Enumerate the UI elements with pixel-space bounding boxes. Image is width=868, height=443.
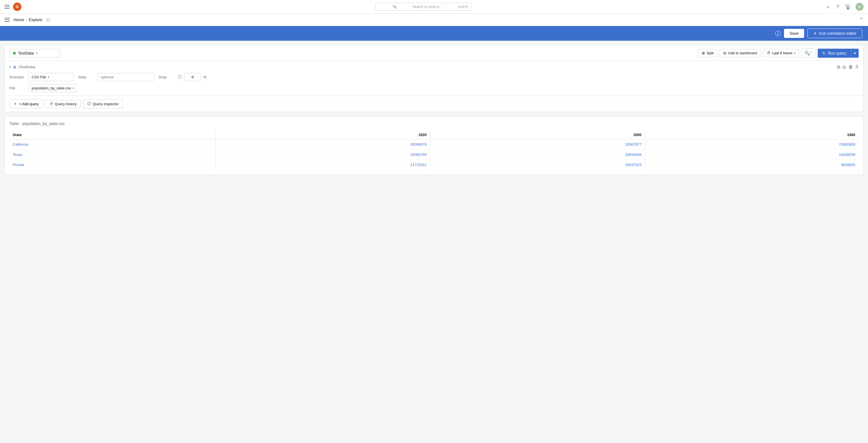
run-query-button[interactable]: ↻ Run query ▾ <box>818 49 859 58</box>
query-collapse-icon[interactable]: ▾ <box>9 65 11 69</box>
time-chevron-icon: ▾ <box>794 52 795 55</box>
query-row-actions: ⧉ ◎ 🗑 ⠿ <box>837 64 859 69</box>
file-field: File population_by_state.csv ▾ <box>9 84 77 92</box>
table-row: Texas 29360759 20944499 14338208 <box>9 150 859 160</box>
datasource-status-dot <box>13 52 16 55</box>
drop-input[interactable] <box>184 73 201 81</box>
scenario-value: CSV File <box>32 75 46 79</box>
svg-text:G: G <box>16 4 19 9</box>
add-query-button[interactable]: ＋ + Add query <box>9 99 43 108</box>
add-dashboard-label: Add to dashboard <box>728 51 757 55</box>
share-icon[interactable]: ⬡ <box>46 17 50 22</box>
file-chevron-icon: ▾ <box>73 87 74 90</box>
state-florida[interactable]: Florida <box>9 160 215 170</box>
exit-label: Exit correlation editor <box>819 31 857 36</box>
breadcrumb-bar: Home › Explore ⬡ ⌃ <box>0 13 868 26</box>
help-icon[interactable]: ？ <box>835 3 840 10</box>
query-history-button[interactable]: ⏱ Query history <box>45 100 81 108</box>
collapse-panel-icon[interactable]: ⌃ <box>859 17 864 23</box>
florida-1980[interactable]: 9839835 <box>645 160 859 170</box>
refresh-icon: ↻ <box>822 51 826 55</box>
query-history-label: Query history <box>55 102 76 106</box>
add-query-label: + Add query <box>19 102 39 106</box>
nav-right: ＋ ？ 📡 U <box>826 3 864 11</box>
file-label: File <box>9 86 26 90</box>
run-query-chevron: ▾ <box>854 51 856 55</box>
query-inspector-label: Query inspector <box>93 102 119 106</box>
scenario-field: Scenario CSV File ▾ <box>9 73 74 81</box>
search-bar[interactable]: 🔍 Search or jump to... cmd+k <box>375 3 472 11</box>
alias-input[interactable] <box>97 73 154 81</box>
florida-2020[interactable]: 21733312 <box>215 160 430 170</box>
exit-correlation-button[interactable]: ✕ Exit correlation editor <box>807 29 862 38</box>
run-query-main[interactable]: ↻ Run query <box>818 49 851 58</box>
california-2000[interactable]: 33987977 <box>430 140 645 150</box>
breadcrumb-home[interactable]: Home <box>13 18 24 22</box>
query-fields-row2: File population_by_state.csv ▾ <box>9 84 859 92</box>
split-button[interactable]: ⊞ Split <box>698 49 717 57</box>
notifications-icon[interactable]: 📡 <box>845 4 851 10</box>
texas-1980[interactable]: 14338208 <box>645 150 859 160</box>
alias-field: Alias <box>78 73 154 81</box>
inspector-icon: ⓘ <box>87 101 91 106</box>
file-select[interactable]: population_by_state.csv ▾ <box>29 84 77 92</box>
sidebar-toggle[interactable] <box>4 18 10 22</box>
toggle-query-icon[interactable]: ◎ <box>842 64 846 69</box>
california-1980[interactable]: 23800800 <box>645 140 859 150</box>
query-source: (TestData) <box>19 65 35 69</box>
search-shortcut: cmd+k <box>458 5 468 9</box>
state-texas[interactable]: Texas <box>9 150 215 160</box>
copy-query-icon[interactable]: ⧉ <box>837 64 840 69</box>
delete-query-icon[interactable]: 🗑 <box>848 64 853 69</box>
texas-2000[interactable]: 20944499 <box>430 150 645 160</box>
texas-2020[interactable]: 29360759 <box>215 150 430 160</box>
results-panel: Table - population_by_state.csv State 20… <box>4 117 864 175</box>
table-body: California 39368078 33987977 23800800 Te… <box>9 140 859 170</box>
file-value: population_by_state.csv <box>32 86 71 90</box>
california-2020[interactable]: 39368078 <box>215 140 430 150</box>
col-1980: 1980 <box>645 130 859 140</box>
scenario-chevron-icon: ▾ <box>48 76 49 79</box>
avatar[interactable]: U <box>856 3 864 11</box>
grafana-logo: G <box>13 3 22 11</box>
run-query-dropdown[interactable]: ▾ <box>851 49 859 58</box>
datasource-name: TestData <box>18 51 34 55</box>
alias-label: Alias <box>78 75 95 79</box>
close-icon: ✕ <box>813 31 817 36</box>
correlation-bar: ⓘ Save ✕ Exit correlation editor <box>0 26 868 41</box>
query-inspector-button[interactable]: ⓘ Query inspector <box>83 99 123 108</box>
state-california[interactable]: California <box>9 140 215 150</box>
drop-unit: % <box>203 75 207 79</box>
datasource-selector[interactable]: TestData ▾ <box>9 49 60 57</box>
breadcrumb-right: ⌃ <box>859 17 864 23</box>
search-icon: 🔍 <box>393 5 397 9</box>
chevron-down-icon: ▾ <box>36 52 37 55</box>
drop-info-icon: ⓘ <box>178 75 182 80</box>
florida-2000[interactable]: 16047515 <box>430 160 645 170</box>
scenario-select[interactable]: CSV File ▾ <box>29 73 74 81</box>
save-button[interactable]: Save <box>784 29 804 38</box>
correlation-info-icon[interactable]: ⓘ <box>775 30 781 37</box>
toolbar-right: ⊞ Split ⊟ Add to dashboard ⏱ Last 6 hour… <box>698 48 859 58</box>
time-range-label: Last 6 hours <box>772 51 793 55</box>
time-range-button[interactable]: ⏱ Last 6 hours ▾ <box>763 49 799 57</box>
table-header: State 2020 2000 1980 <box>9 130 859 140</box>
run-query-label: Run query <box>828 51 846 55</box>
query-row-a: ▾ A (TestData) ⧉ ◎ 🗑 ⠿ Scenario CSV File… <box>5 61 863 96</box>
col-state: State <box>9 130 215 140</box>
header-row: State 2020 2000 1980 <box>9 130 859 140</box>
drag-handle-icon[interactable]: ⠿ <box>855 64 859 69</box>
query-fields-row1: Scenario CSV File ▾ Alias Drop ⓘ % <box>9 73 859 81</box>
plus-icon[interactable]: ＋ <box>826 3 831 10</box>
zoom-out-button[interactable]: 🔍⁻ <box>801 48 815 58</box>
nav-left: G <box>4 3 22 11</box>
col-2000: 2000 <box>430 130 645 140</box>
top-nav: G 🔍 Search or jump to... cmd+k ＋ ？ 📡 U <box>0 0 868 13</box>
hamburger-menu[interactable] <box>4 5 10 9</box>
add-to-dashboard-button[interactable]: ⊟ Add to dashboard <box>719 49 761 57</box>
clock-icon: ⏱ <box>767 51 771 55</box>
query-row-header: ▾ A (TestData) ⧉ ◎ 🗑 ⠿ <box>9 64 859 69</box>
scenario-label: Scenario <box>9 75 26 79</box>
breadcrumb: Home › Explore ⬡ <box>4 17 50 22</box>
query-panel: TestData ▾ ⊞ Split ⊟ Add to dashboard ⏱ … <box>4 45 864 112</box>
